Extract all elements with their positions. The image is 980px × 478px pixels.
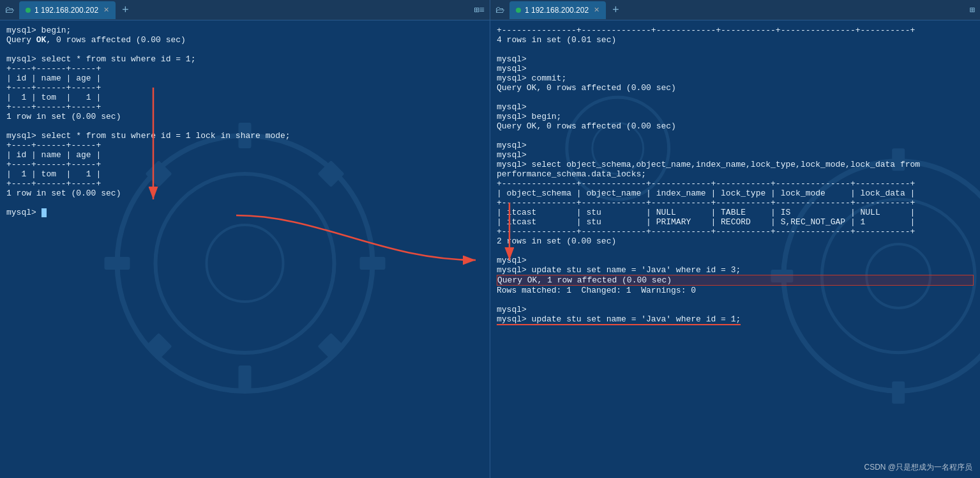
tab-status-dot-right [516, 8, 521, 13]
tab-add-right[interactable]: + [607, 4, 624, 17]
tab-close-left[interactable]: ✕ [103, 6, 109, 14]
svg-rect-6 [360, 257, 386, 270]
right-line-17: | object_schema | object_name | index_na… [497, 189, 974, 198]
right-line-9: mysql> begin; [497, 112, 974, 121]
right-line-10: Query OK, 0 rows affected (0.00 sec) [497, 121, 974, 131]
watermark: CSDN @只是想成为一名程序员 [864, 462, 972, 473]
right-line-4: mysql> [497, 64, 974, 73]
svg-rect-17 [892, 382, 905, 404]
left-line-3: mysql> select * from stu where id = 1; [6, 54, 483, 64]
right-line-12: mysql> [497, 141, 974, 150]
left-line-15: | 1 | tom | 1 | [6, 169, 483, 179]
right-line-1: 4 rows in set (0.01 sec) [497, 35, 974, 45]
svg-rect-10 [317, 333, 344, 360]
left-line-1: Query OK, 0 rows affected (0.00 sec) [6, 35, 483, 45]
cursor-left [41, 208, 47, 217]
right-line-29: mysql> [497, 305, 974, 314]
left-line-13: | id | name | age | [6, 150, 483, 160]
tab-right[interactable]: 1 192.168.200.202 ✕ [509, 1, 606, 19]
tab-bar: 🗁 1 192.168.200.202 ✕ + ⊞≡ 🗁 1 192.168.2… [0, 0, 980, 20]
grid-icon-right: ⊞ [965, 4, 980, 15]
grid-icon-left: ⊞≡ [469, 4, 490, 15]
right-line-15: performance_schema.data_locks; [497, 169, 974, 179]
left-terminal-content: mysql> begin; Query OK, 0 rows affected … [6, 26, 483, 217]
tab-label-right: 1 192.168.200.202 [525, 6, 589, 15]
left-line-2 [6, 45, 483, 54]
left-terminal-pane[interactable]: mysql> begin; Query OK, 0 rows affected … [0, 20, 490, 478]
tab-add-left[interactable]: + [117, 4, 134, 17]
right-terminal-content: +---------------+--------------+--------… [497, 26, 974, 324]
right-terminal-pane[interactable]: +---------------+--------------+--------… [490, 20, 980, 478]
left-line-0: mysql> begin; [6, 26, 483, 35]
left-line-5: | id | name | age | [6, 73, 483, 83]
right-line-24: mysql> [497, 256, 974, 265]
left-line-4: +----+------+-----+ [6, 64, 483, 73]
right-line-6: Query OK, 0 rows affected (0.00 sec) [497, 83, 974, 93]
right-line-11 [497, 131, 974, 141]
right-line-19: | itcast | stu | NULL | TABLE | IS | NUL… [497, 208, 974, 217]
folder-icon-right: 🗁 [490, 5, 509, 15]
right-line-25: mysql> update stu set name = 'Java' wher… [497, 265, 974, 275]
right-line-14: mysql> select object_schema,object_name,… [497, 160, 974, 169]
tab-status-dot-left [26, 8, 31, 13]
right-line-7 [497, 93, 974, 102]
right-line-21: +---------------+-------------+---------… [497, 227, 974, 236]
folder-icon-left: 🗁 [0, 5, 19, 15]
right-line-20: | itcast | stu | PRIMARY | RECORD | S,RE… [497, 217, 974, 227]
left-line-17: 1 row in set (0.00 sec) [6, 189, 483, 198]
right-line-30: mysql> update stu set name = 'Java' wher… [497, 314, 974, 324]
tab-bar-left: 🗁 1 192.168.200.202 ✕ + ⊞≡ [0, 0, 490, 20]
main-content: mysql> begin; Query OK, 0 rows affected … [0, 20, 980, 478]
right-line-23 [497, 246, 974, 256]
svg-rect-4 [239, 366, 252, 391]
right-line-0: +---------------+--------------+--------… [497, 26, 974, 35]
left-line-12: +----+------+-----+ [6, 141, 483, 150]
left-line-7: | 1 | tom | 1 | [6, 93, 483, 102]
right-line-22: 2 rows in set (0.00 sec) [497, 236, 974, 246]
right-line-8: mysql> [497, 102, 974, 112]
svg-rect-9 [145, 333, 172, 360]
right-line-2 [497, 45, 974, 54]
left-line-6: +----+------+-----+ [6, 83, 483, 93]
tab-bar-right: 🗁 1 192.168.200.202 ✕ + ⊞ [490, 0, 980, 20]
right-line-28 [497, 295, 974, 305]
right-line-13: mysql> [497, 150, 974, 160]
right-line-26: Query OK, 1 row affected (0.00 sec) [497, 275, 974, 286]
left-line-8: +----+------+-----+ [6, 102, 483, 112]
right-line-27: Rows matched: 1 Changed: 1 Warnings: 0 [497, 286, 974, 295]
left-line-9: 1 row in set (0.00 sec) [6, 112, 483, 121]
left-line-19: mysql> [6, 208, 483, 217]
tab-close-right[interactable]: ✕ [594, 6, 599, 14]
svg-rect-5 [105, 257, 130, 270]
left-line-16: +----+------+-----+ [6, 179, 483, 189]
svg-point-2 [207, 225, 283, 302]
right-line-18: +---------------+-------------+---------… [497, 198, 974, 208]
right-line-3: mysql> [497, 54, 974, 64]
right-line-16: +---------------+-------------+---------… [497, 179, 974, 189]
left-line-14: +----+------+-----+ [6, 160, 483, 169]
left-line-11: mysql> select * from stu where id = 1 lo… [6, 131, 483, 141]
right-line-5: mysql> commit; [497, 73, 974, 83]
tab-label-left: 1 192.168.200.202 [34, 6, 98, 15]
left-line-10 [6, 121, 483, 131]
tab-left[interactable]: 1 192.168.200.202 ✕ [19, 1, 116, 19]
left-line-18 [6, 198, 483, 208]
